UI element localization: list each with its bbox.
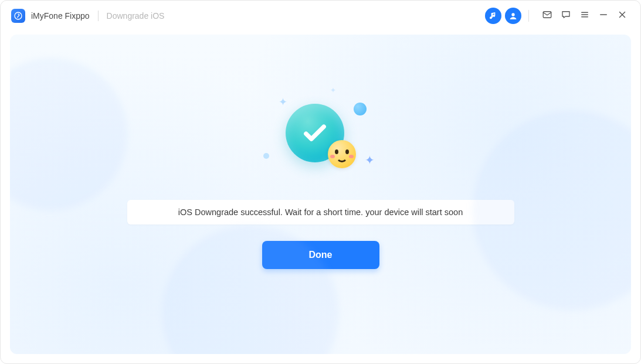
title-divider — [98, 11, 99, 21]
close-icon — [617, 9, 628, 22]
decor-dot — [263, 153, 269, 159]
chat-icon — [561, 9, 571, 22]
music-note-icon — [489, 11, 498, 21]
music-button[interactable] — [485, 8, 501, 24]
breadcrumb: Downgrade iOS — [107, 11, 165, 21]
minimize-icon — [598, 9, 609, 22]
status-message: iOS Downgrade successful. Wait for a sho… — [127, 200, 514, 224]
app-title: iMyFone Fixppo — [31, 11, 90, 21]
close-button[interactable] — [615, 8, 630, 23]
mail-button[interactable] — [540, 8, 555, 23]
mail-icon — [542, 9, 552, 22]
svg-point-0 — [15, 12, 22, 19]
happy-face-icon — [328, 140, 356, 168]
titlebar-actions — [481, 8, 630, 24]
svg-point-1 — [511, 13, 514, 16]
sparkle-icon: ✦ — [365, 153, 375, 167]
title-bar: iMyFone Fixppo Downgrade iOS — [1, 1, 640, 31]
app-window: iMyFone Fixppo Downgrade iOS — [0, 0, 641, 364]
menu-button[interactable] — [577, 8, 592, 23]
menu-icon — [579, 9, 590, 22]
titlebar-divider — [528, 10, 529, 22]
account-button[interactable] — [505, 8, 521, 24]
app-logo-icon — [11, 9, 25, 23]
feedback-button[interactable] — [558, 8, 574, 23]
account-icon — [508, 11, 518, 21]
minimize-button[interactable] — [596, 8, 611, 23]
sparkle-icon: ✦ — [279, 96, 287, 108]
sparkle-icon: ✦ — [330, 86, 336, 94]
success-illustration: ✦ ✦ ✦ — [268, 99, 374, 181]
background-decor — [473, 111, 631, 310]
background-decor — [10, 58, 127, 210]
decor-dot — [354, 103, 367, 115]
main-panel: ✦ ✦ ✦ iOS Downgrade successful. Wait for… — [10, 35, 631, 354]
